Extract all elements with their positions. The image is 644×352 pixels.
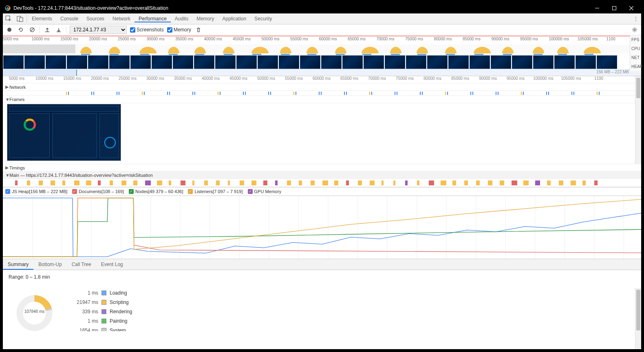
overview-screenshots-track bbox=[3, 55, 641, 69]
summary-range: Range: 0 – 1.8 min bbox=[9, 274, 635, 280]
main-track bbox=[3, 179, 641, 187]
overview-ruler: 5000 ms10000 ms15000 ms20000 ms25000 ms3… bbox=[3, 35, 641, 42]
summary-donut: 107848 ms bbox=[15, 294, 54, 331]
memory-legend-documents[interactable]: ✓Documents[108 – 169] bbox=[72, 189, 124, 194]
frame-screenshot bbox=[7, 104, 121, 161]
svg-point-9 bbox=[7, 28, 11, 32]
details-tab-call-tree[interactable]: Call Tree bbox=[67, 259, 96, 270]
chrome-icon bbox=[4, 5, 11, 11]
svg-rect-3 bbox=[613, 7, 616, 10]
memory-chart[interactable] bbox=[3, 196, 641, 259]
summary-legend-painting: 1 msPainting bbox=[74, 316, 635, 326]
details-tabstrip: SummaryBottom-UpCall TreeEvent Log bbox=[3, 259, 641, 270]
frames-track bbox=[3, 103, 641, 164]
summary-legend-system: 1654 msSystem bbox=[74, 326, 635, 331]
screenshots-checkbox[interactable]: Screenshots bbox=[130, 27, 164, 33]
memory-legend: ✓JS Heap[156 MB – 222 MB]✓Documents[108 … bbox=[3, 187, 641, 196]
tab-console[interactable]: Console bbox=[56, 16, 82, 22]
overview-pane[interactable]: 5000 ms10000 ms15000 ms20000 ms25000 ms3… bbox=[3, 35, 641, 76]
inspect-element-icon[interactable] bbox=[3, 13, 14, 24]
tab-network[interactable]: Network bbox=[108, 16, 135, 22]
timings-row-header[interactable]: ▶Timings bbox=[3, 164, 641, 172]
recording-toolbar: 172.24.1.77 #3 Screenshots Memory bbox=[3, 24, 641, 35]
details-tab-bottom-up[interactable]: Bottom-Up bbox=[33, 259, 66, 270]
device-toolbar-icon[interactable] bbox=[14, 13, 26, 24]
tab-elements[interactable]: Elements bbox=[28, 16, 56, 22]
flamechart-area[interactable]: 5000 ms10000 ms15000 ms20000 ms25000 ms3… bbox=[3, 76, 641, 349]
load-profile-button[interactable] bbox=[43, 26, 51, 34]
save-profile-button[interactable] bbox=[55, 26, 63, 34]
overview-heap-track: 156 MB – 222 MB bbox=[3, 69, 641, 76]
minimize-button[interactable] bbox=[589, 3, 605, 13]
collect-garbage-button[interactable] bbox=[194, 26, 203, 34]
tab-sources[interactable]: Sources bbox=[82, 16, 108, 22]
network-row-header[interactable]: ▶Network bbox=[3, 84, 641, 91]
overview-cpu-track bbox=[3, 44, 641, 53]
memory-legend-gpu-memory[interactable]: ✓GPU Memory bbox=[248, 189, 282, 194]
timeline-scrollbar[interactable] bbox=[635, 76, 641, 164]
main-row-header[interactable]: ▼Main — https://172.24.1.77:8443/situati… bbox=[3, 172, 641, 179]
svg-rect-8 bbox=[20, 18, 23, 22]
tab-audits[interactable]: Audits bbox=[171, 16, 192, 22]
clear-button[interactable] bbox=[28, 26, 36, 34]
memory-legend-listeners[interactable]: ✓Listeners[7 097 – 7 919] bbox=[188, 189, 243, 194]
devtools-tabstrip: ElementsConsoleSourcesNetworkPerformance… bbox=[3, 13, 641, 24]
tab-security[interactable]: Security bbox=[250, 16, 276, 22]
window-titlebar: DevTools - 172.24.1.77:8443/situation-ov… bbox=[3, 3, 641, 13]
capture-settings-icon[interactable] bbox=[631, 26, 639, 34]
summary-pane: Range: 0 – 1.8 min 107848 ms 1 msLoading… bbox=[3, 270, 641, 331]
svg-line-11 bbox=[31, 28, 34, 31]
network-track bbox=[3, 91, 641, 96]
devtools-menu-icon[interactable]: ⋮ bbox=[631, 16, 641, 22]
memory-checkbox[interactable]: Memory bbox=[167, 27, 191, 33]
svg-point-14 bbox=[634, 29, 635, 31]
record-button[interactable] bbox=[5, 26, 13, 34]
frames-row-header[interactable]: ▼Frames bbox=[3, 96, 641, 103]
summary-scrollbar[interactable] bbox=[635, 288, 641, 349]
maximize-button[interactable] bbox=[606, 3, 622, 13]
memory-legend-nodes[interactable]: ✓Nodes[49 379 – 60 436] bbox=[129, 189, 183, 194]
close-button[interactable] bbox=[623, 3, 640, 13]
timeline-ruler: 5000 ms10000 ms15000 ms20000 ms25000 ms3… bbox=[3, 76, 641, 84]
summary-legend-loading: 1 msLoading bbox=[74, 288, 635, 297]
reload-record-button[interactable] bbox=[17, 26, 25, 34]
details-tab-summary[interactable]: Summary bbox=[3, 259, 33, 270]
summary-legend-rendering: 339 msRendering bbox=[74, 307, 635, 316]
summary-legend-scripting: 21947 msScripting bbox=[74, 297, 635, 307]
window-title: DevTools - 172.24.1.77:8443/situation-ov… bbox=[13, 5, 589, 11]
details-tab-event-log[interactable]: Event Log bbox=[96, 259, 128, 270]
tab-memory[interactable]: Memory bbox=[192, 16, 218, 22]
recording-select[interactable]: 172.24.1.77 #3 bbox=[70, 26, 127, 34]
tab-application[interactable]: Application bbox=[218, 16, 251, 22]
tab-performance[interactable]: Performance bbox=[135, 16, 171, 22]
memory-legend-js-heap[interactable]: ✓JS Heap[156 MB – 222 MB] bbox=[5, 189, 67, 194]
